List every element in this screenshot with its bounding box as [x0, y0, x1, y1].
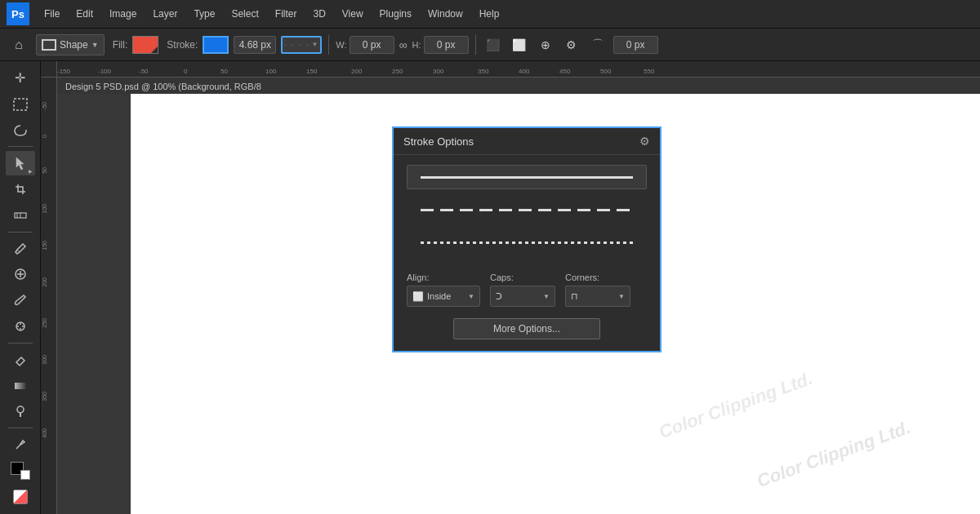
- watermark-1: Color Clipping Ltd.: [755, 417, 914, 492]
- ruler-mark-1: -100: [98, 68, 111, 75]
- ruler-corner: [41, 61, 57, 78]
- menu-window[interactable]: Window: [421, 5, 470, 23]
- doc-title-bar: Design 5 PSD.psd @ 100% (Background, RGB…: [57, 78, 980, 95]
- settings-button[interactable]: ⚙: [561, 34, 582, 55]
- arrange-button[interactable]: ⊕: [535, 34, 556, 55]
- link-icon[interactable]: ∞: [399, 38, 408, 51]
- ruler-mark-6: 150: [306, 68, 317, 75]
- lasso-tool[interactable]: [6, 118, 35, 143]
- stroke-style-dropdown[interactable]: · · · · ▼: [281, 36, 322, 54]
- menu-type[interactable]: Type: [187, 5, 221, 23]
- eraser-tool[interactable]: [6, 348, 35, 372]
- stroke-dashed-line: [421, 209, 633, 211]
- stroke-label: Stroke:: [167, 39, 198, 51]
- ruler-v-mark-4: 150: [42, 241, 47, 250]
- align-label: Align:: [407, 273, 480, 282]
- tool-divider-4: [8, 428, 33, 428]
- ruler-v-mark-9: 400: [42, 428, 47, 438]
- ruler-v-mark-0: -50: [42, 102, 47, 110]
- watermark-2: Color Clipping Ltd.: [657, 368, 816, 443]
- stroke-dashed-option[interactable]: [407, 197, 647, 222]
- h-input[interactable]: [424, 36, 469, 54]
- corners-select[interactable]: ⊓ ▼: [565, 286, 630, 307]
- ruler-v-mark-6: 250: [42, 318, 47, 328]
- ruler-mark-8: 250: [392, 68, 403, 75]
- ps-logo: Ps: [7, 2, 29, 25]
- menu-edit[interactable]: Edit: [69, 5, 100, 23]
- caps-select-arrow: ▼: [543, 293, 550, 300]
- brush-tool[interactable]: [6, 288, 35, 312]
- menu-view[interactable]: View: [336, 5, 370, 23]
- ruler-mark-4: 50: [220, 68, 228, 75]
- align-select-arrow: ▼: [468, 293, 474, 300]
- caps-select[interactable]: Ↄ ▼: [490, 286, 555, 307]
- w-label: W:: [336, 40, 346, 50]
- eyedropper-tool[interactable]: [6, 237, 35, 261]
- foreground-background-colors[interactable]: [9, 460, 32, 481]
- toolbar-divider-1: [328, 35, 329, 55]
- stroke-color-swatch[interactable]: [203, 36, 229, 54]
- ruler-mark-10: 350: [478, 68, 488, 75]
- clone-tool[interactable]: [6, 314, 35, 339]
- menu-filter[interactable]: Filter: [269, 5, 304, 23]
- w-input[interactable]: [350, 36, 394, 54]
- svg-point-10: [17, 406, 24, 413]
- corners-select-icon: ⊓: [571, 291, 578, 302]
- ruler-mark-3: 0: [184, 68, 187, 75]
- ruler-left: -50 0 50 100 150 200 250 300 350 400: [41, 78, 57, 514]
- align-button-1[interactable]: ⬛: [483, 34, 504, 55]
- align-select[interactable]: ⬜ Inside ▼: [407, 286, 480, 307]
- stroke-options-popup: Stroke Options ⚙ Align:: [392, 126, 662, 352]
- popup-options-row: Align: ⬜ Inside ▼ Caps: Ↄ ▼: [407, 273, 647, 307]
- svg-rect-9: [15, 383, 26, 389]
- menu-3d[interactable]: 3D: [306, 5, 332, 23]
- popup-bottom-area: Align: ⬜ Inside ▼ Caps: Ↄ ▼: [394, 264, 660, 351]
- corners-label: Corners:: [565, 273, 630, 282]
- ruler-mark-7: 200: [351, 68, 362, 75]
- menu-plugins[interactable]: Plugins: [373, 5, 418, 23]
- menu-layer[interactable]: Layer: [146, 5, 184, 23]
- more-options-button[interactable]: More Options...: [453, 318, 600, 339]
- curve-button[interactable]: ⌒: [587, 34, 608, 55]
- select-tool[interactable]: ▶: [6, 151, 35, 175]
- ruler-v-mark-5: 200: [42, 277, 47, 287]
- gradient-tool[interactable]: [6, 374, 35, 398]
- align-select-icon: ⬜: [412, 291, 424, 302]
- dodge-tool[interactable]: [6, 400, 35, 424]
- menu-file[interactable]: File: [38, 5, 66, 23]
- pen-tool[interactable]: [6, 432, 35, 457]
- marquee-tool[interactable]: [6, 92, 35, 117]
- tool-divider-2: [8, 232, 33, 233]
- canvas-dark-area: [57, 94, 131, 514]
- crop-tool[interactable]: [6, 177, 35, 202]
- ruler-mark-0: -150: [57, 68, 70, 75]
- caps-option-group: Caps: Ↄ ▼: [490, 273, 555, 307]
- quickmask-tool[interactable]: [6, 485, 35, 509]
- align-select-value: Inside: [427, 291, 451, 301]
- tool-divider-3: [8, 343, 33, 343]
- tools-panel: ✛ ▶: [0, 61, 41, 514]
- home-button[interactable]: ⌂: [7, 33, 31, 57]
- fill-label: Fill:: [113, 39, 128, 51]
- last-value-input[interactable]: [613, 36, 658, 54]
- main-area: ✛ ▶: [0, 61, 980, 514]
- menu-help[interactable]: Help: [473, 5, 506, 23]
- move-tool[interactable]: ✛: [6, 66, 35, 91]
- caps-select-icon: Ↄ: [496, 291, 502, 302]
- menu-select[interactable]: Select: [225, 5, 265, 23]
- popup-gear-icon[interactable]: ⚙: [639, 135, 650, 148]
- width-field: W:: [336, 36, 394, 54]
- fill-color-swatch[interactable]: [132, 36, 158, 54]
- stroke-solid-option[interactable]: [407, 165, 647, 189]
- menu-image[interactable]: Image: [103, 5, 143, 23]
- heal-tool[interactable]: [6, 263, 35, 287]
- shape-dropdown-arrow: ▼: [91, 41, 99, 49]
- tool-divider-1: [8, 146, 33, 147]
- align-button-2[interactable]: ⬜: [509, 34, 530, 55]
- shape-type-selector[interactable]: Shape ▼: [36, 34, 105, 55]
- measure-tool[interactable]: [6, 203, 35, 228]
- stroke-size-input[interactable]: [234, 36, 276, 54]
- stroke-dotted-option[interactable]: [407, 230, 647, 255]
- align-option-group: Align: ⬜ Inside ▼: [407, 273, 480, 307]
- popup-header: Stroke Options ⚙: [394, 128, 660, 155]
